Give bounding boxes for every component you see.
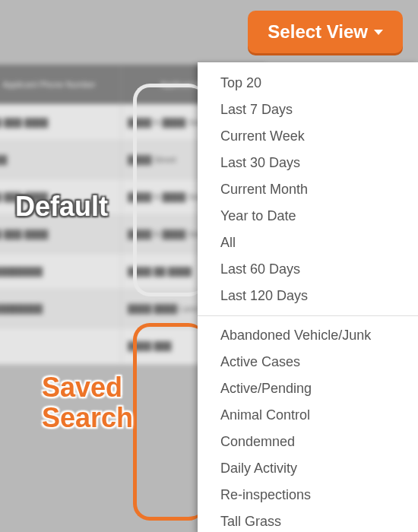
- select-view-dropdown: Top 20 Last 7 Days Current Week Last 30 …: [198, 62, 418, 532]
- default-frame: [133, 84, 205, 296]
- view-option-last-30-days[interactable]: Last 30 Days: [198, 150, 418, 176]
- select-view-label: Select View: [268, 21, 368, 43]
- view-option-active-cases[interactable]: Active Cases: [198, 349, 418, 375]
- caret-down-icon: [374, 30, 383, 35]
- view-option-re-inspections[interactable]: Re-inspections: [198, 482, 418, 508]
- dropdown-divider: [198, 315, 418, 316]
- view-option-active-pending[interactable]: Active/Pending: [198, 375, 418, 402]
- select-view-button[interactable]: Select View: [248, 11, 403, 53]
- view-option-current-week[interactable]: Current Week: [198, 123, 418, 150]
- table-header-cell: Applicant Phone Number: [0, 65, 122, 104]
- view-option-last-60-days[interactable]: Last 60 Days: [198, 256, 418, 283]
- view-option-abandoned-vehicle[interactable]: Abandoned Vehicle/Junk: [198, 322, 418, 349]
- view-option-tall-grass[interactable]: Tall Grass: [198, 508, 418, 532]
- view-option-last-120-days[interactable]: Last 120 Days: [198, 283, 418, 309]
- view-option-top-20[interactable]: Top 20: [198, 70, 418, 97]
- view-option-current-month[interactable]: Current Month: [198, 176, 418, 203]
- view-option-daily-activity[interactable]: Daily Activity: [198, 455, 418, 482]
- saved-frame: [133, 323, 205, 521]
- view-option-all[interactable]: All: [198, 230, 418, 256]
- view-option-animal-control[interactable]: Animal Control: [198, 402, 418, 429]
- view-option-condemned[interactable]: Condemned: [198, 429, 418, 455]
- view-option-last-7-days[interactable]: Last 7 Days: [198, 97, 418, 123]
- saved-search-label: Saved Search: [42, 372, 133, 432]
- default-label: Default: [15, 192, 108, 222]
- view-option-year-to-date[interactable]: Year to Date: [198, 203, 418, 230]
